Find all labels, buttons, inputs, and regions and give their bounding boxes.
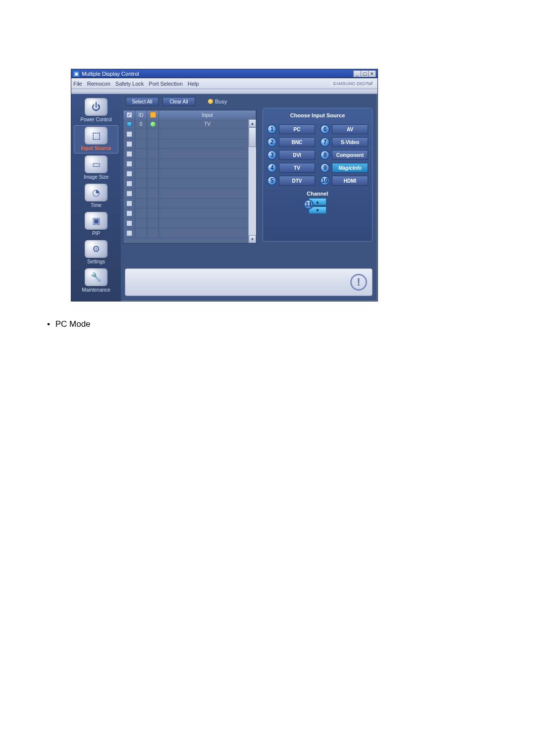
busy-label: Busy [215,99,227,104]
checkbox-icon [126,141,132,147]
menu-help[interactable]: Help [188,81,199,87]
source-button-magicinfo[interactable]: MagicInfo [332,163,368,173]
menu-safety-lock[interactable]: Safety Lock [115,81,144,87]
source-button-pc[interactable]: PC [279,124,315,134]
row-checkbox[interactable] [123,159,135,168]
table-row[interactable] [123,169,256,179]
checkbox-icon [126,191,132,197]
table-row[interactable] [123,129,256,139]
source-cell: 3DVI [267,150,315,160]
row-input: TV [159,119,256,129]
row-id [135,228,147,238]
source-button-hdmi[interactable]: HDMI [332,176,368,186]
clock-icon: ◔ [85,184,107,202]
row-id [135,159,147,168]
panel-title: Choose Input Source [267,112,368,118]
checkbox-icon [126,201,132,206]
checkbox-icon [126,171,132,177]
maximize-button[interactable]: ▢ [361,70,369,77]
source-button-dtv[interactable]: DTV [279,176,315,186]
window-controls: _ ▢ ✕ [354,70,376,77]
row-status [147,159,159,168]
sidebar-item-maintenance[interactable]: 🔧 Maintenance [74,267,118,295]
row-input [159,228,256,238]
source-button-component[interactable]: Component [332,150,368,160]
select-all-button[interactable]: Select All [126,97,159,106]
checkbox-icon [126,121,132,127]
row-input [159,139,256,149]
menu-file[interactable]: File [73,81,82,87]
table-row[interactable] [123,159,256,169]
titlebar: ▣ Multiple Display Control _ ▢ ✕ [71,69,377,78]
warning-icon: ! [350,274,367,291]
checkbox-icon [126,230,132,236]
row-checkbox[interactable] [123,179,135,188]
sidebar-item-power-control[interactable]: ⏻ Power Control [74,97,118,124]
row-input [159,169,256,178]
menu-port-selection[interactable]: Port Selection [149,81,182,87]
scroll-up-icon[interactable]: ▲ [249,119,256,127]
source-button-bnc[interactable]: BNC [279,137,315,147]
sidebar-item-time[interactable]: ◔ Time [74,183,118,210]
sidebar-item-label: Image Size [74,174,118,180]
table-row[interactable] [123,139,256,149]
source-cell: 9MagicInfo [320,163,368,173]
minimize-button[interactable]: _ [353,70,361,77]
table-row[interactable] [123,179,256,189]
scroll-down-icon[interactable]: ▼ [249,235,256,243]
row-status [147,129,159,139]
sidebar: ⏻ Power Control ⬚ Input Source ▭ Image S… [71,94,121,301]
row-checkbox[interactable] [123,169,135,178]
row-checkbox[interactable] [123,199,135,208]
source-number-badge: 3 [267,150,277,160]
row-id [135,199,147,208]
col-check[interactable]: ✓ [123,110,135,119]
row-checkbox[interactable] [123,208,135,218]
col-input[interactable]: Input [159,110,256,119]
source-button-av[interactable]: AV [332,124,368,134]
row-checkbox[interactable] [123,139,135,149]
col-status[interactable] [147,110,159,119]
table-row[interactable] [123,199,256,208]
display-grid: ✓ ID Input 0TV ▲ ▼ [123,110,257,244]
table-row[interactable]: 0TV [123,119,256,129]
sidebar-item-label: Input Source [74,146,118,151]
source-button-dvi[interactable]: DVI [279,150,315,160]
brand-label: SAMSUNG DIGITall [330,81,375,87]
bullet-icon: • [47,319,50,329]
sidebar-item-label: Settings [74,259,118,264]
row-checkbox[interactable] [123,189,135,198]
table-row[interactable] [123,208,256,218]
source-button-s-video[interactable]: S-Video [332,137,368,147]
channel-label: Channel [267,191,368,197]
sidebar-item-image-size[interactable]: ▭ Image Size [74,154,118,182]
source-button-tv[interactable]: TV [279,163,315,173]
row-status [147,139,159,149]
table-row[interactable] [123,218,256,228]
checkbox-icon [126,210,132,216]
row-checkbox[interactable] [123,218,135,228]
col-id[interactable]: ID [135,110,147,119]
close-button[interactable]: ✕ [368,70,376,77]
menu-remocon[interactable]: Remocon [87,81,110,87]
scroll-track[interactable] [249,127,256,235]
grid-scrollbar[interactable]: ▲ ▼ [248,119,256,243]
sidebar-item-pip[interactable]: ▣ PIP [74,211,118,238]
table-row[interactable] [123,189,256,199]
row-input [159,149,256,158]
source-cell: 5DTV [267,176,315,186]
row-checkbox[interactable] [123,149,135,158]
source-number-badge: 6 [320,124,330,134]
clear-all-button[interactable]: Clear All [162,97,195,106]
check-icon: ✓ [126,112,132,118]
table-row[interactable] [123,228,256,238]
sidebar-item-input-source[interactable]: ⬚ Input Source [74,125,118,153]
row-status [147,149,159,158]
row-checkbox[interactable] [123,119,135,129]
table-row[interactable] [123,149,256,159]
grid-rows: 0TV [123,119,256,243]
sidebar-item-settings[interactable]: ⚙ Settings [74,239,118,266]
row-checkbox[interactable] [123,228,135,238]
scroll-thumb[interactable] [249,127,256,147]
row-checkbox[interactable] [123,129,135,139]
